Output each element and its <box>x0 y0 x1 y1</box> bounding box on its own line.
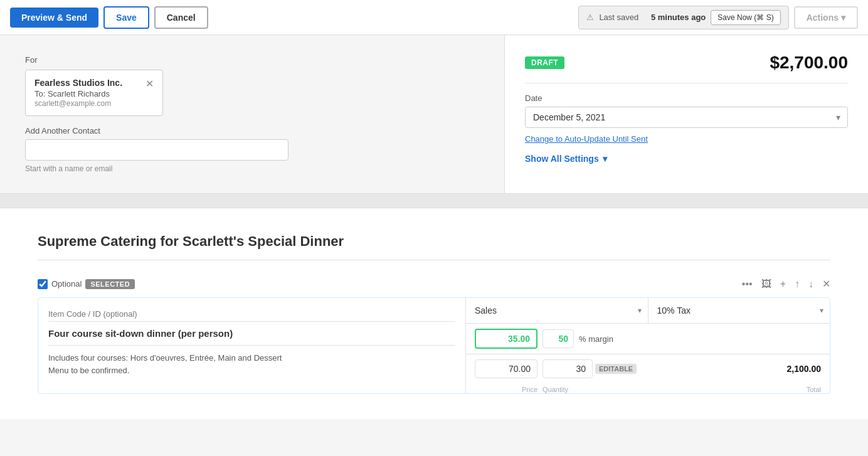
date-select-wrapper: December 5, 2021 <box>525 107 848 128</box>
item-description: Includes four courses: Hors d'oeuvres, E… <box>48 352 455 376</box>
for-label: For <box>25 55 479 65</box>
move-up-icon[interactable]: ↑ <box>795 278 800 290</box>
date-label: Date <box>525 93 848 103</box>
col-price-label: Price <box>475 386 537 393</box>
line-total: 2,100.00 <box>642 364 821 374</box>
contact-info: Fearless Studios Inc. To: Scarlett Richa… <box>34 78 122 108</box>
item-divider <box>48 345 455 346</box>
auto-update-link[interactable]: Change to Auto-Update Until Sent <box>525 134 848 144</box>
draft-header: DRAFT $2,700.00 <box>525 53 848 73</box>
tax-select[interactable]: 10% Tax <box>648 298 830 323</box>
show-settings-label: Show All Settings <box>525 154 599 164</box>
add-contact-label: Add Another Contact <box>25 126 479 135</box>
category-select-wrap: Sales ▾ <box>466 298 648 323</box>
last-saved-text: Last saved <box>599 13 638 22</box>
line-item-left: Four course sit-down dinner (per person)… <box>38 298 466 393</box>
delete-icon[interactable]: ✕ <box>822 278 830 290</box>
section-separator <box>0 193 868 208</box>
image-icon[interactable]: 🖼 <box>761 278 771 290</box>
warning-icon: ⚠ <box>586 13 594 22</box>
price-input[interactable] <box>475 329 537 349</box>
header-divider <box>525 83 848 83</box>
right-panel: DRAFT $2,700.00 Date December 5, 2021 Ch… <box>504 35 868 193</box>
left-panel: For Fearless Studios Inc. To: Scarlett R… <box>0 35 504 193</box>
qty-price-input[interactable] <box>475 359 537 378</box>
actions-button[interactable]: Actions ▾ <box>794 6 858 29</box>
total-amount: $2,700.00 <box>770 53 848 73</box>
preview-send-button[interactable]: Preview & Send <box>10 8 98 28</box>
show-settings-chevron-icon: ▾ <box>603 154 607 164</box>
invoice-body: Supreme Catering for Scarlett's Special … <box>0 208 868 419</box>
editable-badge: EDITABLE <box>595 364 637 374</box>
invoice-title: Supreme Catering for Scarlett's Special … <box>38 233 830 250</box>
optional-check[interactable]: Optional <box>38 279 82 289</box>
last-saved-time: 5 minutes ago <box>651 13 706 22</box>
top-section: For Fearless Studios Inc. To: Scarlett R… <box>0 35 868 193</box>
item-desc-line1: Includes four courses: Hors d'oeuvres, E… <box>48 353 282 363</box>
remove-contact-button[interactable]: ✕ <box>146 78 154 90</box>
item-code-input[interactable] <box>48 307 455 322</box>
contact-to: To: Scarlett Richards <box>34 89 122 98</box>
date-select[interactable]: December 5, 2021 <box>525 107 848 128</box>
line-item-actions: ••• 🖼 + ↑ ↓ ✕ <box>742 278 830 290</box>
move-down-icon[interactable]: ↓ <box>808 278 813 290</box>
category-tax-row: Sales ▾ 10% Tax ▾ <box>466 298 830 324</box>
line-item-right: Sales ▾ 10% Tax ▾ % margin <box>466 298 830 393</box>
save-button[interactable]: Save <box>103 6 149 29</box>
contact-email: scarlett@example.com <box>34 99 122 108</box>
column-labels: Price Quantity Total <box>466 383 830 393</box>
line-item-toolbar: Optional SELECTED ••• 🖼 + ↑ ↓ ✕ <box>38 275 830 292</box>
optional-checkbox[interactable] <box>38 279 48 289</box>
toolbar: Preview & Send Save Cancel ⚠ Last saved … <box>0 0 868 35</box>
add-contact-input[interactable] <box>25 139 288 161</box>
draft-badge: DRAFT <box>525 56 564 69</box>
contact-name: Fearless Studios Inc. <box>34 78 122 88</box>
optional-label: Optional <box>51 279 82 289</box>
invoice-title-divider <box>38 260 830 260</box>
add-icon[interactable]: + <box>780 278 786 290</box>
item-desc-line2: Menu to be confirmed. <box>48 366 129 375</box>
category-select[interactable]: Sales <box>466 298 648 323</box>
selected-badge: SELECTED <box>85 279 135 289</box>
show-settings-button[interactable]: Show All Settings ▾ <box>525 154 848 164</box>
save-now-button[interactable]: Save Now (⌘ S) <box>711 10 780 25</box>
actions-chevron-icon: ▾ <box>841 13 845 23</box>
col-qty-label: Quantity <box>542 386 593 393</box>
tax-select-wrap: 10% Tax ▾ <box>648 298 830 323</box>
save-status: ⚠ Last saved 5 minutes ago Save Now (⌘ S… <box>578 6 788 29</box>
item-name: Four course sit-down dinner (per person) <box>48 328 455 339</box>
qty-total-row: EDITABLE 2,100.00 <box>466 354 830 383</box>
margin-label: % margin <box>579 334 613 344</box>
quantity-input[interactable] <box>542 359 593 378</box>
price-margin-row: % margin <box>466 324 830 354</box>
input-hint: Start with a name or email <box>25 164 479 173</box>
more-options-icon[interactable]: ••• <box>742 278 753 290</box>
line-item-card: Four course sit-down dinner (per person)… <box>38 297 830 394</box>
margin-input[interactable] <box>542 329 574 348</box>
cancel-button[interactable]: Cancel <box>154 6 208 29</box>
col-total-label: Total <box>595 386 821 393</box>
contact-card: Fearless Studios Inc. To: Scarlett Richa… <box>25 70 163 116</box>
actions-label: Actions <box>807 13 839 23</box>
